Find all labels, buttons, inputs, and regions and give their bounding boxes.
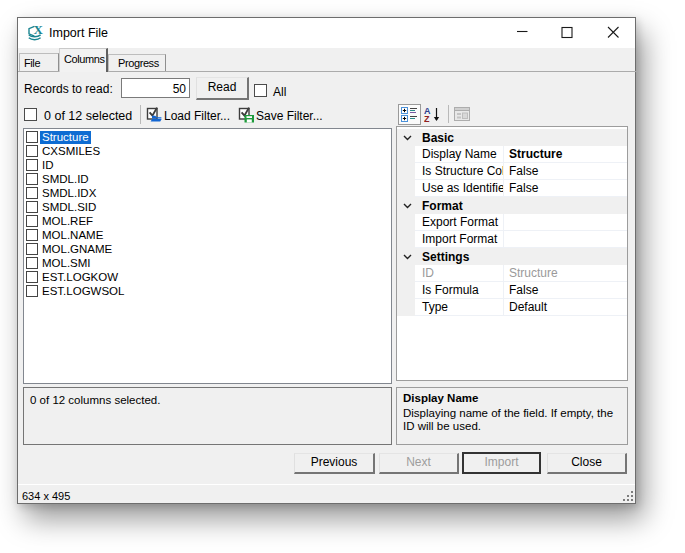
svg-text:Z: Z: [424, 114, 430, 123]
